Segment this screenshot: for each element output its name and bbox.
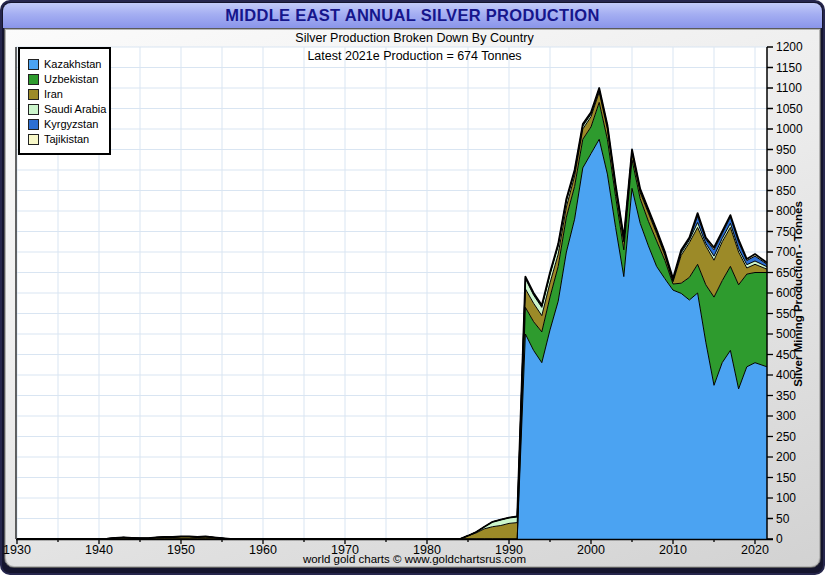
y-tick-label: 1050 [776,102,803,116]
legend-swatch-saudi-arabia [28,104,39,115]
legend-swatch-iran [28,89,39,100]
y-tick-label: 150 [776,471,796,485]
chart-annotation: Latest 2021e Production = 674 Tonnes [2,49,825,63]
y-tick-label: 200 [776,450,796,464]
legend-item: Kyrgyzstan [28,117,105,131]
y-tick-label: 250 [776,430,796,444]
legend-label: Kyrgyzstan [44,118,98,130]
chart-frame: MIDDLE EAST ANNUAL SILVER PRODUCTION 193… [0,0,825,575]
legend-label: Saudi Arabia [44,103,106,115]
legend: Kazakhstan Uzbekistan Iran Saudi Arabia … [18,47,111,155]
legend-label: Uzbekistan [44,73,98,85]
footer-credit: world gold charts © www.goldchartsrus.co… [2,553,825,565]
legend-item: Iran [28,87,105,101]
y-tick-label: 350 [776,389,796,403]
y-tick-label: 300 [776,409,796,423]
legend-label: Iran [44,88,63,100]
y-tick-label: 0 [776,532,783,546]
legend-swatch-tajikistan [28,134,39,145]
legend-swatch-uzbekistan [28,74,39,85]
chart-canvas: 1930194019501960197019801990200020102020… [2,2,825,575]
y-axis-title: Silver Mining Production - Tonnes [792,201,804,387]
y-tick-label: 850 [776,184,796,198]
y-tick-label: 1100 [776,81,802,95]
y-tick-label: 1000 [776,122,803,136]
y-tick-label: 950 [776,143,796,157]
y-tick-label: 900 [776,163,796,177]
legend-item: Kazakhstan [28,57,105,71]
legend-item: Tajikistan [28,132,105,146]
y-tick-label: 50 [776,512,790,526]
y-tick-label: 100 [776,491,796,505]
legend-swatch-kazakhstan [28,59,39,70]
legend-item: Uzbekistan [28,72,105,86]
legend-label: Tajikistan [44,133,89,145]
legend-swatch-kyrgyzstan [28,119,39,130]
legend-item: Saudi Arabia [28,102,105,116]
legend-label: Kazakhstan [44,58,101,70]
chart-subtitle: Silver Production Broken Down By Country [2,31,825,45]
